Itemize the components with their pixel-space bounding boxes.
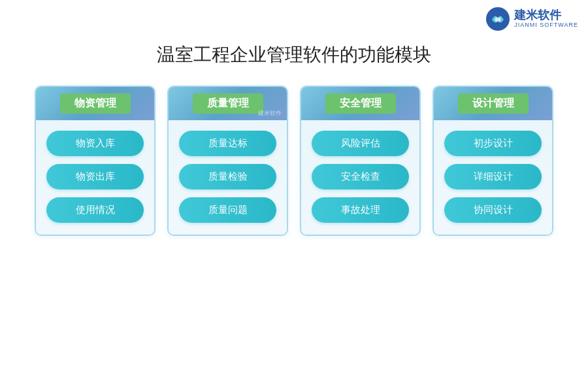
card-body-3: 初步设计详细设计协同设计 xyxy=(434,120,552,235)
card-header-label-3: 设计管理 xyxy=(458,93,529,114)
card-header-0: 物资管理 xyxy=(36,87,154,120)
page-title: 温室工程企业管理软件的功能模块 xyxy=(0,42,588,67)
card-item-0-1[interactable]: 物资出库 xyxy=(46,164,144,189)
card-item-1-2[interactable]: 质量问题 xyxy=(179,197,276,223)
card-item-3-2[interactable]: 协同设计 xyxy=(444,197,542,223)
card-body-0: 物资入库物资出库使用情况 xyxy=(36,120,154,235)
cards-container: 物资管理物资入库物资出库使用情况质量管理建米软件质量达标质量检验质量问题安全管理… xyxy=(0,86,588,236)
card-body-1: 质量达标质量检验质量问题 xyxy=(169,120,287,235)
card-header-1: 质量管理建米软件 xyxy=(169,87,287,120)
card-item-1-1[interactable]: 质量检验 xyxy=(179,164,276,189)
card-card-wuzhi: 物资管理物资入库物资出库使用情况 xyxy=(35,86,155,236)
logo-english: JIANMI SOFTWARE xyxy=(514,22,578,29)
logo-icon xyxy=(485,7,510,31)
card-body-2: 风险评估安全检查事故处理 xyxy=(301,120,419,235)
logo-text-block: 建米软件 JIANMI SOFTWARE xyxy=(514,9,578,29)
watermark: 建米软件 xyxy=(258,109,282,118)
card-header-2: 安全管理 xyxy=(301,87,419,120)
logo: 建米软件 JIANMI SOFTWARE xyxy=(485,7,578,31)
card-card-zhiliang: 质量管理建米软件质量达标质量检验质量问题 xyxy=(167,86,288,236)
card-item-2-2[interactable]: 事故处理 xyxy=(312,197,409,223)
card-header-label-2: 安全管理 xyxy=(325,93,396,114)
card-item-3-0[interactable]: 初步设计 xyxy=(444,131,542,156)
card-item-0-2[interactable]: 使用情况 xyxy=(46,197,144,223)
card-item-2-1[interactable]: 安全检查 xyxy=(312,164,409,189)
card-item-3-1[interactable]: 详细设计 xyxy=(444,164,542,189)
card-header-label-1: 质量管理 xyxy=(193,93,263,114)
logo-chinese: 建米软件 xyxy=(514,9,578,22)
card-header-label-0: 物资管理 xyxy=(60,93,131,114)
card-header-3: 设计管理 xyxy=(434,87,552,120)
card-item-1-0[interactable]: 质量达标 xyxy=(179,131,276,156)
card-card-anquan: 安全管理风险评估安全检查事故处理 xyxy=(300,86,421,236)
card-item-2-0[interactable]: 风险评估 xyxy=(312,131,409,156)
card-item-0-0[interactable]: 物资入库 xyxy=(46,131,144,156)
card-card-sheji: 设计管理初步设计详细设计协同设计 xyxy=(433,86,553,236)
